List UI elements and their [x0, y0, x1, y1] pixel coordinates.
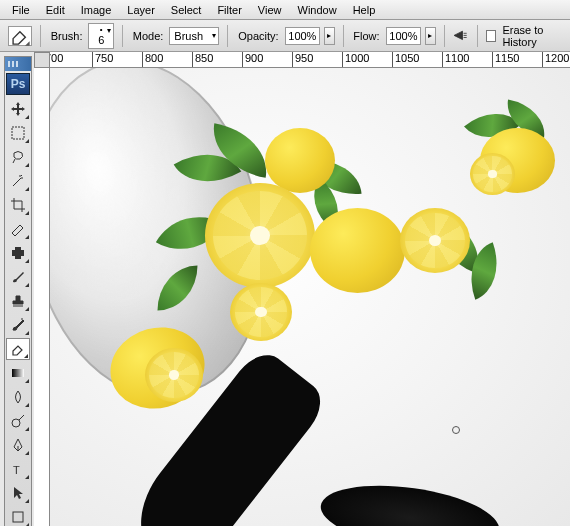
eraser-tool[interactable] — [6, 338, 30, 360]
type-tool[interactable]: T — [6, 458, 30, 480]
menu-window[interactable]: Window — [290, 2, 345, 18]
separator — [122, 25, 123, 47]
ruler-tick: 950 — [292, 52, 313, 68]
svg-text:T: T — [13, 464, 20, 476]
lasso-tool[interactable] — [6, 146, 30, 168]
erase-history-checkbox[interactable] — [486, 30, 496, 42]
ruler-tick: 1200 — [542, 52, 569, 68]
menu-view[interactable]: View — [250, 2, 290, 18]
shape-tool[interactable] — [6, 506, 30, 526]
brush-cursor — [452, 426, 460, 434]
tool-preset-picker[interactable] — [8, 26, 32, 46]
menu-filter[interactable]: Filter — [209, 2, 249, 18]
slice-tool[interactable] — [6, 218, 30, 240]
svg-rect-3 — [12, 369, 24, 377]
blur-tool[interactable] — [6, 386, 30, 408]
ruler-vertical[interactable] — [34, 68, 50, 526]
eraser-icon — [9, 25, 31, 47]
lemon-half — [145, 348, 203, 402]
brush-label: Brush: — [49, 30, 85, 42]
ruler-tick: 1000 — [342, 52, 369, 68]
history-brush-tool[interactable] — [6, 314, 30, 336]
ruler-horizontal[interactable]: 700 750 800 850 900 950 1000 1050 1100 1… — [34, 52, 570, 68]
brush-tool[interactable] — [6, 266, 30, 288]
opacity-value: 100% — [288, 30, 316, 42]
ruler-tick: 750 — [92, 52, 113, 68]
toolbox-grip[interactable] — [5, 57, 31, 71]
menu-help[interactable]: Help — [345, 2, 384, 18]
menu-layer[interactable]: Layer — [119, 2, 163, 18]
glass-base — [317, 476, 504, 526]
brush-size-value: 6 — [98, 34, 104, 46]
wand-tool[interactable] — [6, 170, 30, 192]
menu-image[interactable]: Image — [73, 2, 120, 18]
erase-history-label: Erase to History — [500, 24, 570, 48]
ruler-tick: 900 — [242, 52, 263, 68]
lemon-whole — [310, 208, 405, 293]
lemon-half — [400, 208, 470, 273]
airbrush-icon — [452, 27, 469, 44]
ruler-tick: 850 — [192, 52, 213, 68]
dodge-tool[interactable] — [6, 410, 30, 432]
pen-tool[interactable] — [6, 434, 30, 456]
app-logo: Ps — [6, 73, 30, 95]
brush-preset-picker[interactable]: • 6 — [88, 23, 113, 49]
marquee-tool[interactable] — [6, 122, 30, 144]
healing-tool[interactable] — [6, 242, 30, 264]
lemon-half — [205, 183, 315, 288]
menu-file[interactable]: File — [4, 2, 38, 18]
mode-value: Brush — [174, 30, 203, 42]
svg-rect-6 — [13, 512, 23, 522]
menu-edit[interactable]: Edit — [38, 2, 73, 18]
ruler-origin[interactable] — [34, 52, 50, 68]
move-tool[interactable] — [6, 98, 30, 120]
path-select-tool[interactable] — [6, 482, 30, 504]
toolbox: Ps T — [4, 56, 32, 526]
lemon-whole — [265, 128, 335, 193]
separator — [227, 25, 228, 47]
canvas[interactable] — [50, 68, 570, 526]
separator — [343, 25, 344, 47]
gradient-tool[interactable] — [6, 362, 30, 384]
options-bar: Brush: • 6 Mode: Brush Opacity: 100% ▸ F… — [0, 20, 570, 52]
menu-select[interactable]: Select — [163, 2, 210, 18]
svg-rect-2 — [12, 250, 24, 256]
opacity-flyout[interactable]: ▸ — [324, 27, 334, 45]
ruler-tick: 1150 — [492, 52, 519, 68]
svg-point-4 — [12, 419, 20, 427]
menu-bar: File Edit Image Layer Select Filter View… — [0, 0, 570, 20]
opacity-input[interactable]: 100% — [285, 27, 321, 45]
flow-label: Flow: — [351, 30, 381, 42]
mode-dropdown[interactable]: Brush — [169, 27, 219, 45]
separator — [477, 25, 478, 47]
svg-rect-0 — [12, 127, 24, 139]
separator — [444, 25, 445, 47]
flow-value: 100% — [389, 30, 417, 42]
ruler-tick: 800 — [142, 52, 163, 68]
lemon-half — [470, 153, 515, 195]
separator — [40, 25, 41, 47]
airbrush-toggle[interactable] — [452, 27, 469, 45]
crop-tool[interactable] — [6, 194, 30, 216]
stamp-tool[interactable] — [6, 290, 30, 312]
ruler-tick: 1100 — [442, 52, 469, 68]
lemon-half — [230, 283, 292, 341]
opacity-label: Opacity: — [236, 30, 280, 42]
mode-label: Mode: — [131, 30, 166, 42]
ruler-tick: 1050 — [392, 52, 419, 68]
flow-flyout[interactable]: ▸ — [425, 27, 435, 45]
flow-input[interactable]: 100% — [386, 27, 422, 45]
